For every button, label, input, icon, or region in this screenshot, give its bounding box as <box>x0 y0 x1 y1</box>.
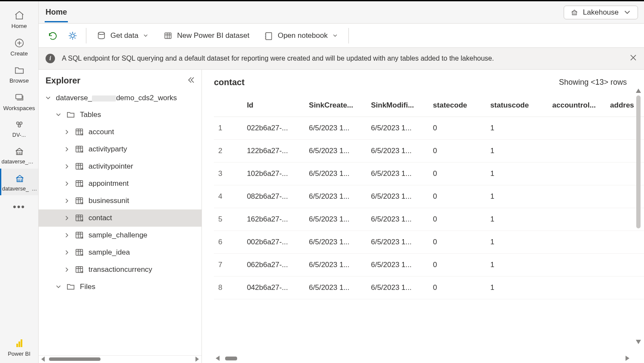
table-cell <box>548 277 606 299</box>
column-header[interactable]: SinkCreate... <box>305 94 366 117</box>
table-row[interactable]: 5162b6a27-...6/5/2023 1...6/5/2023 1...0… <box>214 208 644 231</box>
new-dataset-label: New Power BI dataset <box>177 31 249 40</box>
tree-table-item[interactable]: businessunit <box>39 192 201 209</box>
left-nav-rail: Home Create Browse Workspaces DV-... dat… <box>0 1 39 363</box>
data-table: IdSinkCreate...SinkModifi...statecodesta… <box>214 94 644 299</box>
table-cell: 022b6a27-... <box>243 117 305 140</box>
new-dataset-button[interactable]: New Power BI dataset <box>159 28 253 43</box>
nav-powerbi[interactable]: Power BI <box>8 338 31 363</box>
tree-table-item[interactable]: contact <box>39 209 201 227</box>
table-cell: 1 <box>486 117 548 140</box>
titlebar: Home Lakehouse <box>39 1 644 24</box>
column-header[interactable]: statecode <box>429 94 486 117</box>
tree-table-label: appointment <box>89 179 129 188</box>
table-cell <box>548 231 606 254</box>
nav-workspaces[interactable]: Workspaces <box>0 88 38 115</box>
chevron-right-icon <box>64 129 70 135</box>
info-bar-close[interactable] <box>629 54 637 63</box>
tree-table-item[interactable]: sample_idea <box>39 244 201 261</box>
nav-workspaces-label: Workspaces <box>3 105 35 112</box>
chevron-down-icon <box>45 95 52 102</box>
nav-create[interactable]: Create <box>0 33 38 61</box>
chevron-double-left-icon <box>187 76 195 84</box>
explorer-panel: Explorer dataverse_demo_cds2_works <box>39 70 202 363</box>
table-cell: 0 <box>429 185 486 208</box>
get-data-button[interactable]: Get data <box>92 28 153 43</box>
chevron-right-icon <box>64 163 70 170</box>
open-notebook-button[interactable]: Open notebook <box>259 28 342 43</box>
table-cell: 062b6a27-... <box>243 254 305 277</box>
column-header[interactable]: Id <box>243 94 305 117</box>
table-icon <box>75 196 84 206</box>
column-header[interactable]: statuscode <box>486 94 548 117</box>
folder-icon <box>66 110 76 120</box>
nav-lakehouse-2[interactable]: dataverse_ l... <box>0 169 38 195</box>
dataset-icon <box>163 31 173 40</box>
table-cell: 6/5/2023 1... <box>305 254 366 277</box>
table-row[interactable]: 4082b6a27-...6/5/2023 1...6/5/2023 1...0… <box>214 185 644 208</box>
tree-table-item[interactable]: transactioncurrency <box>39 261 201 278</box>
dataview-vscrollbar[interactable] <box>636 95 641 337</box>
table-row[interactable]: 2122b6a27-...6/5/2023 1...6/5/2023 1...0… <box>214 140 644 163</box>
table-cell: 6/5/2023 1... <box>366 117 428 140</box>
people-group-icon <box>14 119 25 130</box>
dataview-hscrollbar[interactable] <box>214 354 631 363</box>
tree-table-item[interactable]: activitypointer <box>39 158 201 175</box>
nav-browse[interactable]: Browse <box>0 60 38 88</box>
tree-table-item[interactable]: activityparty <box>39 141 201 158</box>
column-header[interactable]: SinkModifi... <box>366 94 428 117</box>
table-cell: 6/5/2023 1... <box>366 231 428 254</box>
tree-table-label: activitypointer <box>89 162 133 171</box>
table-row[interactable]: 3102b6a27-...6/5/2023 1...6/5/2023 1...0… <box>214 163 644 185</box>
folder-icon <box>66 282 76 292</box>
chevron-right-icon <box>64 249 70 256</box>
table-icon <box>75 265 84 274</box>
table-icon <box>75 213 84 223</box>
tree-tables-folder[interactable]: Tables <box>39 106 201 123</box>
nav-home[interactable]: Home <box>0 6 38 33</box>
nav-lakehouse-1-label: dataverse_milindavdem... <box>2 159 37 165</box>
table-row[interactable]: 8042b6a27-...6/5/2023 1...6/5/2023 1...0… <box>214 277 644 299</box>
tree-table-item[interactable]: sample_challenge <box>39 227 201 244</box>
table-cell: 5 <box>214 208 243 231</box>
close-icon <box>629 54 637 62</box>
table-cell: 4 <box>214 185 243 208</box>
nav-lakehouse-1[interactable]: dataverse_milindavdem... <box>0 142 38 168</box>
table-cell: 042b6a27-... <box>243 277 305 299</box>
mode-switcher[interactable]: Lakehouse <box>564 6 638 19</box>
chevron-right-icon <box>64 215 70 221</box>
stack-icon <box>14 92 25 103</box>
refresh-button[interactable] <box>45 28 59 43</box>
table-cell: 6/5/2023 1... <box>305 163 366 185</box>
table-cell <box>548 163 606 185</box>
tree-files-folder[interactable]: Files <box>39 278 201 295</box>
column-header[interactable]: accountrol... <box>548 94 606 117</box>
table-cell <box>548 208 606 231</box>
table-cell: 6/5/2023 1... <box>305 231 366 254</box>
settings-button[interactable] <box>65 28 80 43</box>
table-cell: 0 <box>429 208 486 231</box>
tree-table-item[interactable]: account <box>39 123 201 141</box>
chevron-down-icon <box>332 33 338 39</box>
data-view: contact Showing <13> rows IdSinkCreate..… <box>202 70 644 363</box>
table-row[interactable]: 6002b6a27-...6/5/2023 1...6/5/2023 1...0… <box>214 231 644 254</box>
lakehouse-icon <box>14 173 25 184</box>
tree-table-label: contact <box>89 214 112 222</box>
explorer-collapse[interactable] <box>187 76 195 86</box>
folder-icon <box>14 65 25 76</box>
tree-root[interactable]: dataverse_demo_cds2_works <box>39 90 201 106</box>
nav-workspace-dv[interactable]: DV-... <box>0 115 38 142</box>
tree-table-item[interactable]: appointment <box>39 175 201 192</box>
table-row[interactable]: 1022b6a27-...6/5/2023 1...6/5/2023 1...0… <box>214 117 644 140</box>
chevron-right-icon <box>64 197 70 204</box>
nav-more[interactable]: ••• <box>13 198 25 216</box>
table-cell: 162b6a27-... <box>243 208 305 231</box>
table-icon <box>75 127 84 137</box>
table-cell: 1 <box>486 208 548 231</box>
table-row[interactable]: 7062b6a27-...6/5/2023 1...6/5/2023 1...0… <box>214 254 644 277</box>
col-rownum <box>214 94 243 117</box>
table-cell: 6/5/2023 1... <box>305 208 366 231</box>
database-icon <box>97 31 106 40</box>
explorer-hscrollbar[interactable] <box>39 355 201 363</box>
table-icon <box>75 145 84 154</box>
